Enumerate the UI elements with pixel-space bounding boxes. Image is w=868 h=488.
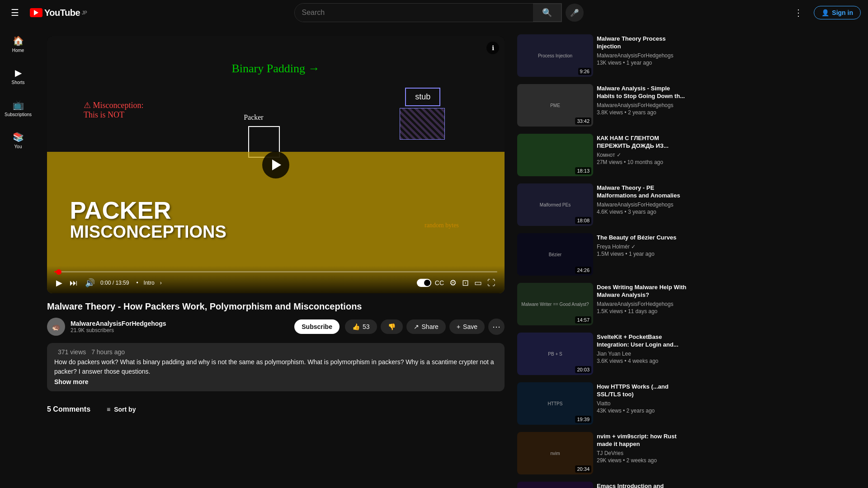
- logo-jp: JP: [82, 10, 87, 15]
- theater-button[interactable]: ▭: [472, 276, 484, 290]
- recommendation-item[interactable]: Malformed PEs 18:08 Malware Theory - PE …: [515, 182, 689, 228]
- video-section: Binary Padding → ⚠ Misconception:This is…: [36, 25, 515, 488]
- rec-channel: Jian Yuan Lee: [597, 351, 687, 357]
- stub-hatched: [400, 108, 445, 140]
- sidebar-item-subscriptions[interactable]: 📺 Subscriptions: [2, 94, 34, 122]
- chapter-arrow[interactable]: ›: [160, 280, 162, 286]
- comments-section: 5 Comments ≡ Sort by: [47, 402, 505, 417]
- volume-button[interactable]: 🔊: [83, 276, 97, 290]
- rec-meta: 3.8K views • 2 years ago: [597, 109, 687, 116]
- rec-duration: 20:34: [575, 465, 591, 473]
- recommendation-item[interactable]: Emacs 36:31 Emacs Introduction and Demon…: [515, 480, 689, 488]
- stub-box: stub: [405, 88, 440, 106]
- play-overlay: [262, 151, 289, 178]
- user-circle-icon: 👤: [821, 9, 829, 16]
- rec-info: Emacs Introduction and Demonstration How…: [597, 482, 687, 488]
- fullscreen-button[interactable]: ⛶: [486, 277, 497, 290]
- sidebar: 🏠 Home ▶ Shorts 📺 Subscriptions 📚 You: [0, 25, 36, 488]
- captions-button[interactable]: CC: [433, 277, 446, 288]
- youtube-logo-icon: [30, 8, 42, 17]
- recommendation-item[interactable]: PME 33:42 Malware Analysis - Simple Habi…: [515, 82, 689, 128]
- logo-text: YouTube: [44, 8, 80, 18]
- rec-title: Malware Analysis - Simple Habits to Stop…: [597, 85, 687, 100]
- search-button[interactable]: 🔍: [533, 4, 561, 22]
- share-button[interactable]: ↗ Share: [406, 319, 446, 334]
- next-button[interactable]: ⏭: [68, 277, 80, 290]
- binary-padding-text: Binary Padding →: [232, 62, 320, 75]
- dislike-button[interactable]: 👎: [381, 319, 403, 334]
- header-left: ☰ YouTubeJP: [7, 4, 87, 22]
- rec-thumbnail: nvim 20:34: [517, 432, 593, 474]
- rec-duration: 18:08: [575, 217, 591, 224]
- rec-thumbnail: Emacs 36:31: [517, 482, 593, 488]
- rec-info: nvim + vim9script: how Rust made it happ…: [597, 432, 687, 474]
- recommendation-item[interactable]: Bézier 24:26 The Beauty of Bézier Curves…: [515, 231, 689, 277]
- sign-in-button[interactable]: 👤 Sign in: [814, 6, 861, 19]
- subscribe-button[interactable]: Subscribe: [294, 319, 340, 334]
- rec-channel: MalwareAnalysisForHedgehogs: [597, 202, 687, 208]
- rec-title: Emacs Introduction and Demonstration: [597, 483, 687, 488]
- like-button[interactable]: 👍 53: [345, 319, 377, 334]
- logo[interactable]: YouTubeJP: [30, 8, 87, 18]
- rec-title: The Beauty of Bézier Curves: [597, 234, 687, 242]
- sidebar-shorts-label: Shorts: [12, 80, 25, 85]
- sort-button[interactable]: ≡ Sort by: [101, 402, 141, 417]
- progress-bar[interactable]: [54, 271, 497, 272]
- save-button[interactable]: + Save: [449, 319, 485, 334]
- more-options-button[interactable]: ⋮: [790, 4, 807, 22]
- share-icon: ↗: [414, 323, 419, 330]
- rec-title: Malware Theory - PE Malformations and An…: [597, 184, 687, 200]
- hamburger-menu-button[interactable]: ☰: [7, 4, 23, 22]
- video-info-button[interactable]: ℹ: [486, 42, 499, 54]
- description-box: 371 views 7 hours ago How do packers wor…: [47, 343, 505, 391]
- rec-duration: 20:03: [575, 366, 591, 373]
- sidebar-item-library[interactable]: 📚 You: [2, 126, 34, 155]
- auto-toggle: [417, 279, 431, 287]
- miniplayer-button[interactable]: ⊡: [460, 276, 471, 290]
- recommendation-item[interactable]: PB + S 20:03 SvelteKit + PocketBase Inte…: [515, 331, 689, 377]
- more-actions-button[interactable]: ⋯: [488, 319, 505, 335]
- recommendation-item[interactable]: nvim 20:34 nvim + vim9script: how Rust m…: [515, 430, 689, 476]
- rec-duration: 33:42: [575, 117, 591, 125]
- sidebar-item-shorts[interactable]: ▶ Shorts: [2, 62, 34, 90]
- rec-thumbnail: Process Injection 9:26: [517, 34, 593, 77]
- progress-fill: [54, 271, 59, 272]
- rec-meta: 1.5M views • 1 year ago: [597, 251, 687, 257]
- recommendation-item[interactable]: HTTPS 19:39 How HTTPS Works (...and SSL/…: [515, 380, 689, 427]
- controls-right: CC ⚙ ⊡ ▭ ⛶: [417, 276, 497, 290]
- rec-channel: Freya Holmér ✓: [597, 244, 687, 250]
- recommendation-item[interactable]: 18:13 КАК НАМ С ГЛЕНТОМ ПЕРЕЖИТЬ ДОЖДЬ И…: [515, 132, 689, 178]
- rec-title: Malware Theory Process Injection: [597, 35, 687, 51]
- mic-button[interactable]: 🎤: [566, 4, 584, 22]
- controls-row: ▶ ⏭ 🔊 0:00 / 13:59 • Intro ›: [54, 276, 497, 290]
- recommendation-item[interactable]: Malware Writer == Good Analyst? 14:57 Do…: [515, 281, 689, 327]
- view-count: 371 views: [58, 348, 86, 356]
- channel-avatar[interactable]: 🦔: [47, 318, 65, 336]
- settings-button[interactable]: ⚙: [448, 276, 458, 290]
- show-more-button[interactable]: Show more: [54, 378, 88, 385]
- channel-name[interactable]: MalwareAnalysisForHedgehogs: [71, 320, 289, 327]
- rec-meta: 3.6K views • 4 weeks ago: [597, 358, 687, 364]
- autoplay-toggle[interactable]: [417, 279, 431, 287]
- play-circle: [262, 151, 289, 178]
- video-player[interactable]: Binary Padding → ⚠ Misconception:This is…: [47, 36, 505, 293]
- rec-channel: MalwareAnalysisForHedgehogs: [597, 102, 687, 108]
- rec-channel: Viatto: [597, 400, 687, 407]
- rec-title: nvim + vim9script: how Rust made it happ…: [597, 433, 687, 448]
- search-input[interactable]: [295, 4, 533, 22]
- sign-in-label: Sign in: [832, 9, 853, 16]
- channel-row: 🦔 MalwareAnalysisForHedgehogs 21.9K subs…: [47, 318, 505, 336]
- sidebar-item-home[interactable]: 🏠 Home: [2, 30, 34, 58]
- rec-meta: 43K views • 2 years ago: [597, 408, 687, 414]
- rec-duration: 9:26: [578, 68, 591, 75]
- misconceptions-text: MISCONCEPTIONS: [70, 222, 226, 242]
- video-title: Malware Theory - How Packers Work, Polym…: [47, 300, 505, 312]
- rec-title: КАК НАМ С ГЛЕНТОМ ПЕРЕЖИТЬ ДОЖДЬ ИЗ...: [597, 135, 687, 150]
- rec-thumbnail: Malformed PEs 18:08: [517, 183, 593, 226]
- rec-duration: 24:26: [575, 267, 591, 274]
- progress-dot: [56, 269, 61, 275]
- recommendation-item[interactable]: Process Injection 9:26 Malware Theory Pr…: [515, 33, 689, 79]
- rec-channel: TJ DeVries: [597, 450, 687, 456]
- play-triangle-icon: [272, 160, 281, 170]
- play-pause-button[interactable]: ▶: [54, 276, 64, 290]
